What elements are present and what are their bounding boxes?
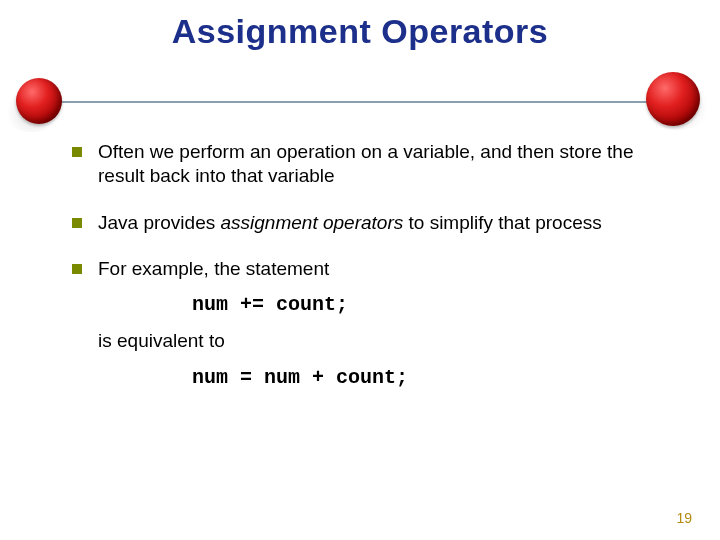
list-item: Java provides assignment operators to si…	[72, 211, 660, 235]
text: Often we perform an operation on a varia…	[98, 141, 634, 186]
red-ball-icon	[646, 72, 700, 126]
bullet-icon	[72, 147, 82, 157]
bullet-text: Often we perform an operation on a varia…	[98, 140, 660, 189]
page-title: Assignment Operators	[40, 12, 680, 51]
red-ball-icon	[16, 78, 62, 124]
bullet-icon	[72, 264, 82, 274]
list-item: Often we perform an operation on a varia…	[72, 140, 660, 189]
slide: Assignment Operators Often we perform an…	[0, 0, 720, 540]
list-item: For example, the statement	[72, 257, 660, 281]
page-number: 19	[676, 510, 692, 526]
content-area: Often we perform an operation on a varia…	[72, 140, 660, 403]
text-italic: assignment operators	[221, 212, 404, 233]
text: Java provides	[98, 212, 221, 233]
code-example-1: num += count;	[192, 293, 660, 316]
divider	[0, 98, 720, 106]
bullet-text: Java provides assignment operators to si…	[98, 211, 660, 235]
bullet-text: For example, the statement	[98, 257, 660, 281]
equivalence-text: is equivalent to	[98, 330, 660, 352]
code-example-2: num = num + count;	[192, 366, 660, 389]
bullet-icon	[72, 218, 82, 228]
text: to simplify that process	[403, 212, 602, 233]
text: For example, the statement	[98, 258, 329, 279]
divider-line	[50, 101, 670, 103]
